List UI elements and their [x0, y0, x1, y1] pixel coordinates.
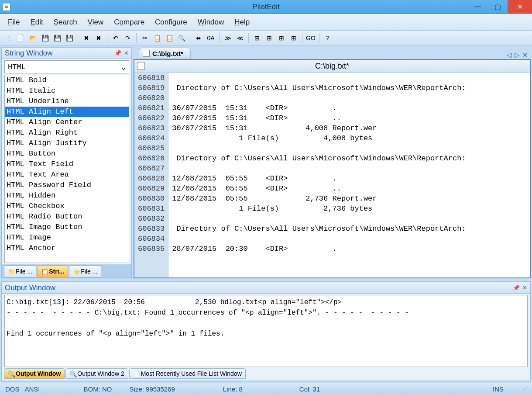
status-encoding-ansi: ANSI: [25, 385, 40, 393]
status-size: Size: 99535269: [130, 385, 175, 393]
string-window-header: String Window 📌 ✕: [2, 48, 131, 59]
statusbar: DOS ANSI BOM: NO Size: 99535269 Line: 8 …: [0, 383, 532, 395]
pin-icon[interactable]: 📌: [114, 50, 121, 56]
string-list-item[interactable]: HTML Anchor: [5, 243, 129, 253]
menu-help[interactable]: Help: [234, 18, 250, 27]
close-button[interactable]: ✕: [508, 0, 532, 13]
output-window-header: Output Window 📌 ✕: [2, 282, 530, 294]
string-list-item[interactable]: HTML Underline: [5, 96, 129, 107]
app-icon: ≡: [3, 3, 10, 11]
toolbar-button-19[interactable]: ⊞: [276, 33, 287, 43]
string-list-item[interactable]: HTML Image Button: [5, 222, 129, 232]
string-window-panel: String Window 📌 ✕ HTML ⌄ HTML BoldHTML I…: [1, 47, 132, 278]
menu-view[interactable]: View: [88, 18, 104, 27]
toolbar-button-13[interactable]: ⬌: [193, 33, 204, 43]
line-gutter: 606818 606819 606820 606821 606822 60682…: [134, 73, 168, 277]
string-window-tabs: 📁File ... 📋Stri... ⭐File ...: [2, 264, 131, 277]
output-window-title: Output Window: [5, 284, 55, 292]
toolbar: ⋮ 📄📂💾💾💾✖✖↶↷✂📋📋🔍⬌0A≫≪⊞⊞⊞⊞GO?: [0, 31, 532, 45]
toolbar-button-20[interactable]: ⊞: [288, 33, 299, 43]
toolbar-button-4[interactable]: 💾: [64, 33, 75, 43]
status-bom: BOM: NO: [84, 385, 112, 393]
toolbar-button-16[interactable]: ≪: [235, 33, 245, 43]
output-tabs: 🔍Output Window 🔍Output Window 2 📄Most Re…: [2, 368, 530, 381]
window-title: PilotEdit: [252, 3, 279, 11]
file-tab[interactable]: C:\big.txt*: [139, 48, 191, 59]
string-list-item[interactable]: HTML Radio Button: [5, 211, 129, 222]
tab-mru-file-list[interactable]: 📄Most Recently Used File List Window: [129, 368, 246, 379]
menu-compare[interactable]: Compare: [114, 18, 144, 27]
close-panel-icon[interactable]: ✕: [124, 50, 129, 56]
string-list-item[interactable]: HTML Checkbox: [5, 201, 129, 211]
string-list[interactable]: HTML BoldHTML ItalicHTML UnderlineHTML A…: [4, 75, 129, 263]
code-content[interactable]: Directory of C:\Users\All Users\Microsof…: [168, 73, 530, 277]
toolbar-button-9[interactable]: ✂: [140, 33, 150, 43]
close-panel-icon[interactable]: ✕: [522, 284, 527, 291]
toolbar-button-21[interactable]: GO: [305, 33, 316, 43]
menu-search[interactable]: Search: [54, 18, 77, 27]
status-encoding-dos: DOS: [5, 385, 20, 393]
status-ins: INS: [493, 385, 504, 393]
toolbar-button-12[interactable]: 🔍: [176, 33, 187, 43]
chevron-down-icon: ⌄: [121, 62, 126, 72]
string-list-item[interactable]: HTML Text Field: [5, 159, 129, 170]
status-col: Col: 31: [299, 385, 320, 393]
editor-title-bar: C:\big.txt*: [134, 60, 530, 73]
toolbar-button-11[interactable]: 📋: [164, 33, 175, 43]
editor-title-text: C:\big.txt*: [315, 62, 349, 71]
document-icon: [137, 62, 145, 70]
pin-icon[interactable]: 📌: [513, 284, 520, 291]
string-list-item[interactable]: HTML Italic: [5, 86, 129, 96]
string-list-item[interactable]: HTML Hidden: [5, 191, 129, 201]
toolbar-button-10[interactable]: 📋: [152, 33, 162, 43]
toolbar-button-6[interactable]: ✖: [93, 33, 104, 43]
nav-close-icon[interactable]: ✕: [522, 51, 528, 59]
titlebar: ≡ PilotEdit — ▢ ✕: [0, 0, 532, 14]
menu-configure[interactable]: Configure: [155, 18, 187, 27]
string-list-item[interactable]: HTML Password Field: [5, 180, 129, 191]
tab-output-window-2[interactable]: 🔍Output Window 2: [65, 368, 128, 379]
tab-string-window[interactable]: 📋Stri...: [37, 265, 68, 277]
output-window-panel: Output Window 📌 ✕ C:\big.txt[13]: 22/06/…: [1, 281, 531, 381]
toolbar-button-18[interactable]: ⊞: [264, 33, 275, 43]
nav-next-icon[interactable]: ▷: [515, 51, 520, 59]
string-list-item[interactable]: HTML Text Area: [5, 170, 129, 180]
toolbar-button-22[interactable]: ?: [323, 33, 333, 43]
toolbar-button-7[interactable]: ↶: [110, 33, 121, 43]
menu-window[interactable]: Window: [198, 18, 224, 27]
string-window-title: String Window: [5, 49, 53, 58]
toolbar-button-15[interactable]: ≫: [223, 33, 233, 43]
string-list-item[interactable]: HTML Align Justify: [5, 138, 129, 149]
minimize-button[interactable]: —: [467, 0, 487, 13]
editor-area: C:\big.txt* ◁ ▷ ✕ C:\big.txt* 606818 606…: [134, 47, 531, 278]
output-body[interactable]: C:\big.txt[13]: 22/06/2015 20:56 2,530 b…: [4, 295, 528, 367]
string-list-item[interactable]: HTML Button: [5, 149, 129, 159]
editor-frame: C:\big.txt* 606818 606819 606820 606821 …: [134, 59, 531, 278]
string-list-item[interactable]: HTML Align Center: [5, 117, 129, 128]
toolbar-button-2[interactable]: 💾: [40, 33, 50, 43]
maximize-button[interactable]: ▢: [487, 0, 508, 13]
menu-file[interactable]: File: [8, 18, 20, 27]
string-list-item[interactable]: HTML Image: [5, 232, 129, 243]
tab-file-bookmark[interactable]: ⭐File ...: [69, 265, 101, 277]
menu-edit[interactable]: Edit: [30, 18, 43, 27]
resize-grip[interactable]: ⋰: [521, 385, 527, 393]
toolbar-button-1[interactable]: 📂: [27, 33, 38, 43]
tab-file-window[interactable]: 📁File ...: [4, 265, 36, 277]
string-list-item[interactable]: HTML Align Left: [5, 107, 129, 117]
toolbar-button-14[interactable]: 0A: [206, 33, 216, 43]
toolbar-button-8[interactable]: ↷: [123, 33, 133, 43]
nav-prev-icon[interactable]: ◁: [507, 51, 512, 59]
status-line: Line: 8: [223, 385, 243, 393]
toolbar-button-5[interactable]: ✖: [81, 33, 92, 43]
work-area: String Window 📌 ✕ HTML ⌄ HTML BoldHTML I…: [0, 45, 532, 383]
editor-body[interactable]: 606818 606819 606820 606821 606822 60682…: [134, 73, 530, 277]
string-list-item[interactable]: HTML Bold: [5, 75, 129, 86]
menubar: File Edit Search View Compare Configure …: [0, 14, 532, 31]
tab-output-window[interactable]: 🔍Output Window: [4, 368, 65, 379]
toolbar-button-0[interactable]: 📄: [15, 33, 26, 43]
string-category-select[interactable]: HTML ⌄: [4, 60, 129, 73]
string-list-item[interactable]: HTML Align Right: [5, 128, 129, 138]
toolbar-button-17[interactable]: ⊞: [252, 33, 262, 43]
toolbar-button-3[interactable]: 💾: [52, 33, 62, 43]
